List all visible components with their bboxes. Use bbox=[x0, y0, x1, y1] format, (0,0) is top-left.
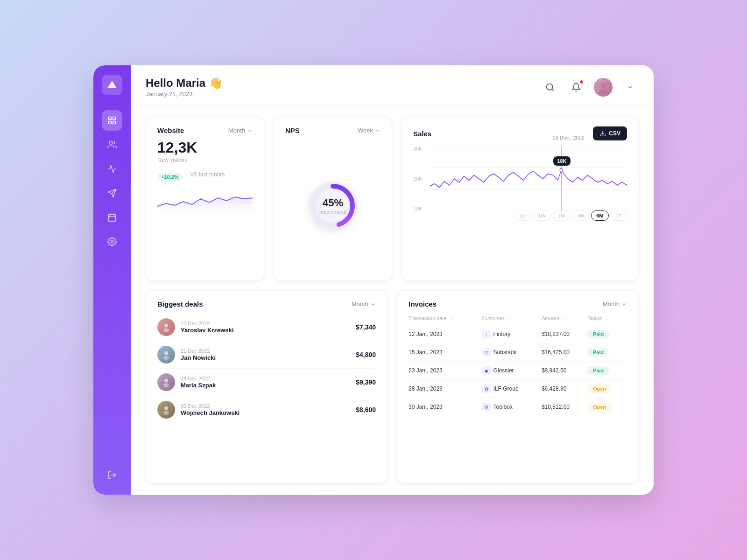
deals-title: Biggest deals bbox=[157, 300, 203, 308]
search-icon[interactable] bbox=[542, 79, 558, 96]
bottom-row: Biggest deals Month bbox=[146, 290, 639, 483]
deal-avatar bbox=[157, 318, 175, 336]
svg-point-33 bbox=[163, 383, 169, 387]
invoice-date: 28 Jan., 2023 bbox=[409, 380, 482, 398]
date: January 21, 2023 bbox=[146, 91, 223, 98]
deal-amount: $4,800 bbox=[356, 351, 376, 358]
svg-point-27 bbox=[560, 168, 562, 171]
header: Hello Maria 👋 January 21, 2023 bbox=[131, 65, 654, 105]
customer-icon: ✿ bbox=[482, 385, 491, 393]
invoice-row: 12 Jan., 2023 ↑ Fintory $18,237.00 Paid bbox=[409, 325, 627, 343]
customer-icon: ◆ bbox=[482, 366, 491, 375]
invoice-status: Open bbox=[587, 380, 627, 398]
col-customer[interactable]: Customer ↑↓ bbox=[482, 314, 542, 325]
deal-item: 17 Dec 2022 Yaroslav Krzewski $7,340 bbox=[157, 314, 376, 341]
invoices-table: Transaction date ↑↓ Customer ↑↓ Amount ↑… bbox=[409, 314, 627, 416]
invoice-amount: $8,942.50 bbox=[542, 362, 587, 380]
deal-item: 30 Dec 2022 Wojciech Jankowski $8,600 bbox=[157, 396, 376, 423]
sidebar-item-analytics[interactable] bbox=[102, 159, 122, 179]
invoice-row: 28 Jan., 2023 ✿ ILF Group $6,428.30 Open bbox=[409, 380, 627, 398]
header-left: Hello Maria 👋 January 21, 2023 bbox=[146, 77, 223, 98]
deal-amount: $7,340 bbox=[356, 323, 376, 331]
deal-name: Maria Szpak bbox=[181, 382, 356, 389]
invoice-date: 15 Jan., 2023 bbox=[409, 343, 482, 362]
time-filter-1w[interactable]: 1W bbox=[533, 210, 551, 221]
svg-point-28 bbox=[164, 324, 168, 328]
csv-label: CSV bbox=[609, 130, 620, 137]
sales-card: Sales CSV 30K 20 bbox=[402, 117, 639, 281]
time-filter-6m[interactable]: 6M bbox=[591, 210, 608, 221]
svg-point-13 bbox=[547, 84, 553, 90]
invoice-row: 23 Jan., 2023 ◆ Glossier $8,942.50 Paid bbox=[409, 362, 627, 380]
invoices-period-select[interactable]: Month bbox=[603, 301, 627, 308]
svg-rect-2 bbox=[109, 121, 112, 124]
deal-name: Yaroslav Krzewski bbox=[181, 327, 356, 334]
invoice-status: Paid bbox=[587, 362, 627, 380]
website-vs-text: VS last month bbox=[190, 171, 225, 178]
svg-point-35 bbox=[163, 411, 169, 415]
website-period-select[interactable]: Month bbox=[228, 127, 253, 134]
sidebar-item-settings[interactable] bbox=[102, 231, 122, 252]
invoice-amount: $16,425.00 bbox=[542, 343, 587, 362]
deal-amount: $9,390 bbox=[356, 378, 376, 386]
deals-period-select[interactable]: Month bbox=[352, 301, 376, 308]
invoice-customer: ▽ Substack bbox=[482, 343, 542, 362]
nps-center: 45% recommend bbox=[319, 197, 346, 215]
svg-point-4 bbox=[109, 141, 113, 145]
deal-date: 21 Dec 2022 bbox=[181, 348, 356, 354]
customer-icon: ↑ bbox=[482, 330, 491, 338]
invoice-row: 30 Jan., 2023 ⚙ Toolbox $10,812.00 Open bbox=[409, 398, 627, 416]
sidebar-item-logout[interactable] bbox=[102, 465, 122, 485]
invoice-date: 30 Jan., 2023 bbox=[409, 398, 482, 416]
nps-period-select[interactable]: Week bbox=[358, 127, 381, 134]
sales-chart-area: 30K 20K 10K bbox=[413, 146, 627, 221]
dashboard: Hello Maria 👋 January 21, 2023 bbox=[93, 65, 654, 495]
col-status[interactable]: Status ↑↓ bbox=[587, 314, 627, 325]
col-amount[interactable]: Amount ↑↓ bbox=[542, 314, 587, 325]
sales-tooltip-value: 18K bbox=[553, 156, 570, 166]
deal-avatar bbox=[157, 346, 175, 364]
svg-rect-1 bbox=[113, 117, 116, 120]
csv-button[interactable]: CSV bbox=[593, 126, 627, 140]
time-filter-1m[interactable]: 1M bbox=[553, 210, 570, 221]
sidebar-item-send[interactable] bbox=[102, 183, 122, 203]
invoice-customer: ✿ ILF Group bbox=[482, 380, 542, 398]
svg-point-15 bbox=[600, 83, 606, 88]
deal-name: Jan Nowicki bbox=[181, 354, 356, 361]
svg-point-34 bbox=[164, 406, 168, 410]
nps-donut: 45% recommend bbox=[303, 175, 363, 236]
website-card-header: Website Month bbox=[157, 126, 253, 134]
svg-point-11 bbox=[111, 241, 113, 243]
svg-point-29 bbox=[163, 328, 169, 332]
invoice-date: 12 Jan., 2023 bbox=[409, 325, 482, 343]
website-card: Website Month 12,3K New visitors +10,2% … bbox=[146, 117, 264, 281]
deal-avatar bbox=[157, 373, 175, 391]
col-date[interactable]: Transaction date ↑↓ bbox=[409, 314, 482, 325]
time-filter-1d[interactable]: 1D bbox=[514, 210, 531, 221]
customer-icon: ▽ bbox=[482, 348, 491, 357]
sales-tooltip-date: 13 Dec., 2022 bbox=[552, 133, 585, 141]
chevron-down-icon[interactable] bbox=[622, 79, 639, 96]
user-avatar[interactable] bbox=[594, 78, 613, 97]
notification-icon[interactable] bbox=[568, 79, 585, 96]
invoices-header: Invoices Month bbox=[409, 300, 627, 308]
invoice-customer: ◆ Glossier bbox=[482, 362, 542, 380]
invoice-date: 23 Jan., 2023 bbox=[409, 362, 482, 380]
invoice-amount: $6,428.30 bbox=[542, 380, 587, 398]
nps-donut-container: 45% recommend bbox=[285, 140, 381, 271]
sidebar-item-dashboard[interactable] bbox=[102, 110, 122, 131]
time-filter-3m[interactable]: 3M bbox=[572, 210, 589, 221]
logo[interactable] bbox=[102, 75, 122, 95]
sidebar-item-calendar[interactable] bbox=[102, 207, 122, 228]
content-grid: Website Month 12,3K New visitors +10,2% … bbox=[131, 105, 654, 495]
deals-list: 17 Dec 2022 Yaroslav Krzewski $7,340 2 bbox=[157, 314, 376, 423]
time-filter-1y[interactable]: 1Y bbox=[611, 210, 627, 221]
sidebar bbox=[93, 65, 131, 495]
invoice-status: Paid bbox=[587, 343, 627, 362]
sales-time-filters: 1D 1W 1M 3M 6M 1Y bbox=[430, 210, 627, 221]
deal-avatar bbox=[157, 401, 175, 419]
nps-period-label: Week bbox=[358, 127, 373, 134]
deal-item: 24 Dec 2022 Maria Szpak $9,390 bbox=[157, 369, 376, 396]
deal-date: 30 Dec 2022 bbox=[181, 403, 356, 409]
sidebar-item-users[interactable] bbox=[102, 134, 122, 155]
